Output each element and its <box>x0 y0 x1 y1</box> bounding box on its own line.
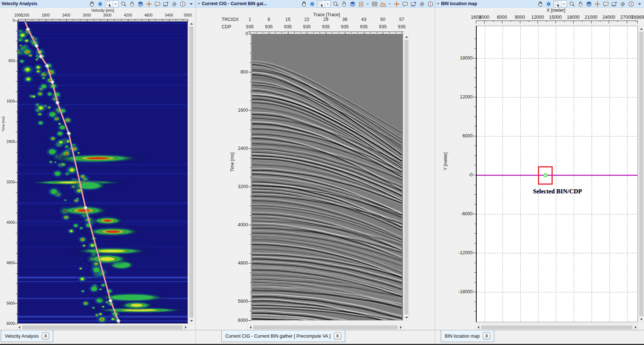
scrollbar-thumb[interactable] <box>189 26 193 318</box>
scroll-right-button[interactable] <box>398 325 403 330</box>
select-icon[interactable] <box>317 1 325 7</box>
compass-icon[interactable] <box>627 1 634 7</box>
image-icon[interactable] <box>611 1 618 7</box>
comment-icon[interactable] <box>154 1 161 7</box>
scroll-up-button[interactable] <box>189 21 194 26</box>
image-icon[interactable] <box>162 1 169 7</box>
y-tick-label: 2400 <box>233 146 248 151</box>
scroll-up-button[interactable] <box>639 26 644 31</box>
gear-icon[interactable] <box>545 1 552 7</box>
scrollbar-thumb[interactable] <box>639 32 643 316</box>
tab-velocity-analysis[interactable]: Velocity Analysis X <box>1 330 53 342</box>
tab-bin-location-map[interactable]: BIN location map X <box>441 330 494 342</box>
close-tab-button[interactable]: X <box>334 333 341 339</box>
gear-icon[interactable] <box>309 1 316 7</box>
x-tick-minor <box>183 19 183 21</box>
tab-current-cig[interactable]: Current CIG - Current BIN gather [ Preco… <box>221 330 345 342</box>
scroll-down-button[interactable] <box>404 315 409 320</box>
y-tick-label: 800 <box>3 59 15 63</box>
gather-vertical-scrollbar[interactable] <box>404 34 409 320</box>
x-tick-label: 18000 <box>564 15 583 20</box>
x-tick-minor <box>636 21 636 22</box>
scrollbar-thumb[interactable] <box>481 326 633 329</box>
compass-icon[interactable] <box>179 1 186 7</box>
layers-icon[interactable] <box>349 1 356 7</box>
y-tick-minor <box>16 71 17 72</box>
hist-icon[interactable] <box>379 1 386 7</box>
y-tick-minor <box>16 152 17 152</box>
panel-splitter[interactable] <box>196 0 196 344</box>
gear-icon[interactable] <box>97 1 103 7</box>
compass-icon[interactable] <box>427 1 434 7</box>
select-tool-button[interactable] <box>317 0 331 8</box>
hand-icon[interactable] <box>300 1 307 7</box>
scroll-left-button[interactable] <box>17 325 22 330</box>
chevron-down-icon[interactable] <box>366 1 370 7</box>
zoom-icon[interactable] <box>568 1 575 7</box>
select-tool-button[interactable] <box>105 0 119 8</box>
chevron-down-icon[interactable] <box>188 1 194 7</box>
table-icon[interactable] <box>371 1 378 7</box>
collapse-panel-icon[interactable] <box>197 1 201 6</box>
scrollbar-thumb[interactable] <box>253 326 398 329</box>
image-icon[interactable] <box>410 1 417 7</box>
zoom-icon[interactable] <box>332 1 339 7</box>
zoom-icon[interactable] <box>120 1 127 7</box>
layers-icon[interactable] <box>585 1 592 7</box>
y-tick-minor <box>250 273 251 273</box>
collapse-panel-icon[interactable] <box>436 1 440 6</box>
close-tab-button[interactable]: X <box>483 333 490 339</box>
scroll-up-button[interactable] <box>404 34 409 39</box>
mouse-icon[interactable] <box>577 1 584 7</box>
hand-icon[interactable] <box>88 1 95 7</box>
x-tick-major <box>556 21 556 24</box>
y-tick-minor <box>474 145 476 146</box>
at-icon[interactable] <box>619 1 626 7</box>
select-icon[interactable] <box>554 1 561 7</box>
hand-icon[interactable] <box>536 1 543 7</box>
y-tick-label: 6000 <box>3 321 15 326</box>
velocity-horizontal-scrollbar[interactable] <box>16 325 189 330</box>
chevron-down-icon[interactable] <box>636 1 643 7</box>
close-tab-button[interactable]: X <box>42 333 49 339</box>
scroll-left-button[interactable] <box>476 325 481 330</box>
at-icon[interactable] <box>171 1 178 7</box>
scrollbar-thumb[interactable] <box>404 40 408 315</box>
select-tool-button[interactable] <box>553 0 567 8</box>
map-vertical-scrollbar[interactable] <box>638 26 644 322</box>
wiggle-icon[interactable] <box>357 1 364 7</box>
bin-location-map-plot[interactable] <box>476 26 638 322</box>
map-horizontal-scrollbar[interactable] <box>475 325 638 330</box>
panel-splitter[interactable] <box>435 0 435 344</box>
gather-horizontal-scrollbar[interactable] <box>247 325 404 330</box>
x-tick-minor <box>59 19 60 21</box>
scroll-right-button[interactable] <box>183 325 188 330</box>
scroll-right-button[interactable] <box>633 325 638 330</box>
comment-icon[interactable] <box>401 1 408 7</box>
x-tick-minor <box>564 21 565 22</box>
cdp-gather-plot[interactable] <box>252 34 403 320</box>
move-icon[interactable] <box>594 1 601 7</box>
mouse-icon[interactable] <box>341 1 348 7</box>
x-tick-minor <box>263 32 263 33</box>
scroll-down-button[interactable] <box>639 317 644 322</box>
comment-icon[interactable] <box>602 1 609 7</box>
velocity-semblance-plot[interactable] <box>18 21 188 324</box>
y-tick-label: 1600 <box>3 99 15 103</box>
select-icon[interactable] <box>105 1 113 7</box>
move-icon[interactable] <box>393 1 400 7</box>
chevron-down-icon[interactable] <box>113 1 118 7</box>
layers-icon[interactable] <box>137 1 144 7</box>
velocity-vertical-scrollbar[interactable] <box>189 21 194 324</box>
x-tick-minor <box>80 19 80 21</box>
mouse-icon[interactable] <box>128 1 135 7</box>
chevron-down-icon[interactable] <box>325 1 330 7</box>
scrollbar-thumb[interactable] <box>22 326 183 329</box>
selected-bin-point[interactable] <box>544 174 547 177</box>
scroll-down-button[interactable] <box>189 318 194 323</box>
move-icon[interactable] <box>145 1 152 7</box>
scroll-left-button[interactable] <box>248 325 253 330</box>
at-icon[interactable] <box>418 1 425 7</box>
chevron-down-icon[interactable] <box>561 1 567 7</box>
chevron-down-icon[interactable] <box>388 1 392 7</box>
